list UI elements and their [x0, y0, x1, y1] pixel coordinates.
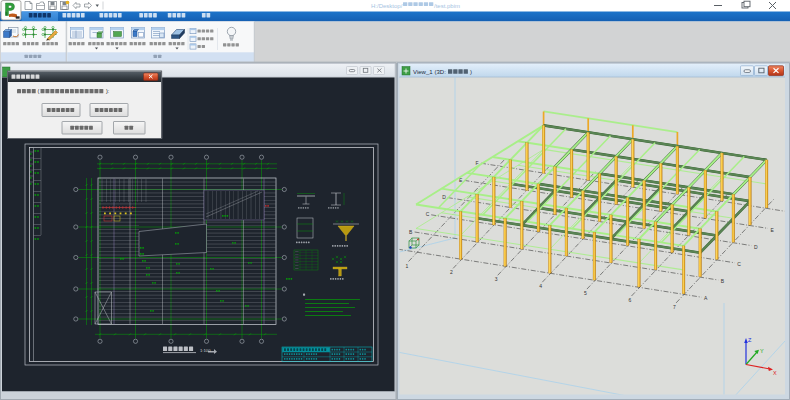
svg-text:Y: Y: [760, 348, 764, 354]
svg-text:F: F: [476, 160, 479, 166]
svg-text:X: X: [773, 370, 777, 376]
svg-text:(3D:: (3D:: [435, 69, 447, 75]
svg-text:4: 4: [539, 283, 542, 289]
svg-text:2: 2: [450, 269, 453, 275]
svg-text:7: 7: [673, 304, 676, 310]
svg-text:6: 6: [629, 297, 632, 303]
svg-text:/test.pbim: /test.pbim: [434, 3, 460, 9]
svg-text:View_1: View_1: [413, 69, 433, 75]
svg-text:):: ):: [106, 88, 110, 94]
svg-text:1: 1: [406, 263, 409, 269]
svg-text:C: C: [737, 261, 741, 267]
svg-text:C: C: [426, 211, 430, 217]
svg-text:3: 3: [495, 276, 498, 282]
svg-text:5: 5: [584, 290, 587, 296]
svg-text:): ): [470, 69, 472, 75]
svg-text:D: D: [442, 194, 446, 200]
svg-text:D: D: [754, 244, 758, 250]
svg-text:(: (: [38, 88, 40, 94]
svg-text:H:/Desktop/: H:/Desktop/: [371, 3, 403, 9]
